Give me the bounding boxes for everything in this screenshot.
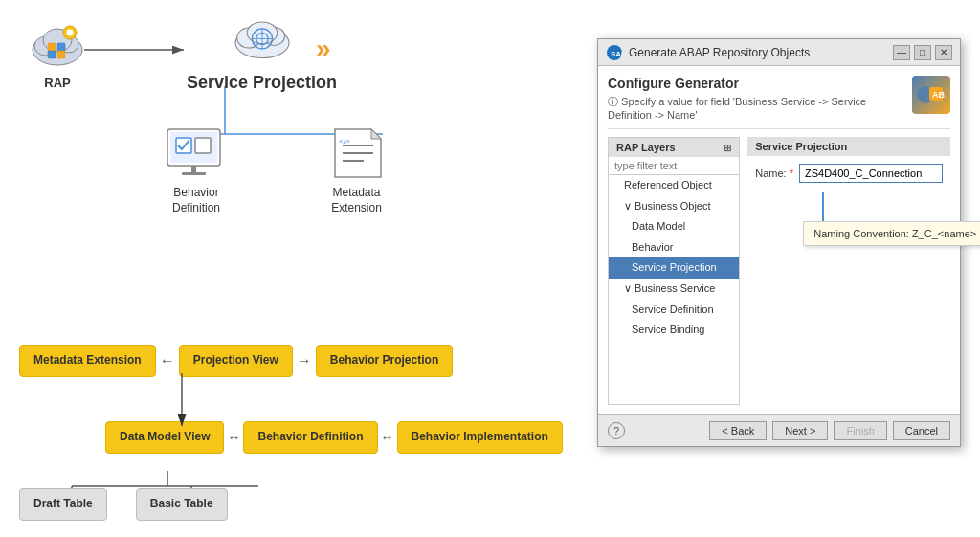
rap-label: RAP	[44, 76, 70, 90]
sp-panel-title: Service Projection	[755, 141, 847, 152]
dialog-title-text: SAP Generate ABAP Repository Objects	[606, 44, 810, 61]
filter-input[interactable]	[609, 157, 739, 175]
metadata-extension-section: </> MetadataExtension	[325, 124, 388, 215]
close-button[interactable]: ✕	[935, 45, 952, 60]
tree-item-business-object[interactable]: ∨ Business Object	[609, 196, 739, 217]
tree-item-business-service[interactable]: ∨ Business Service	[609, 279, 739, 300]
naming-convention-callout: Naming Convention: Z_C_<name>	[803, 221, 980, 246]
dialog-titlebar: SAP Generate ABAP Repository Objects — □…	[598, 39, 960, 66]
dialog-controls[interactable]: — □ ✕	[893, 45, 952, 60]
projection-view-flow-box: Projection View	[179, 345, 293, 377]
dialog-header-icon: AB	[912, 76, 950, 114]
rap-section: RAP	[29, 19, 86, 90]
svg-rect-17	[48, 43, 56, 51]
sap-icon: SAP	[606, 44, 623, 61]
dialog-title: Generate ABAP Repository Objects	[629, 46, 810, 59]
dialog-content: RAP Layers ⊞ Referenced Object ∨ Busines…	[608, 137, 950, 405]
service-projection-label: Service Projection	[187, 73, 337, 93]
minimize-button[interactable]: —	[893, 45, 910, 60]
rap-icon	[29, 19, 86, 72]
dialog-footer: ? < Back Next > Finish Cancel	[598, 414, 960, 446]
svg-text:SAP: SAP	[611, 50, 623, 58]
tree-item-behavior[interactable]: Behavior	[609, 237, 739, 258]
back-button[interactable]: < Back	[709, 421, 767, 440]
dialog-body: Configure Generator ⓘ Specify a value fo…	[598, 66, 960, 414]
name-input[interactable]	[799, 164, 943, 183]
service-projection-panel: Service Projection Name: * Nam	[747, 137, 950, 405]
double-arrow-1: ↔	[227, 430, 240, 445]
configure-generator-desc: ⓘ Specify a value for field 'Business Se…	[608, 95, 904, 121]
behavior-definition-label: BehaviorDefinition	[172, 186, 220, 215]
dialog-window: SAP Generate ABAP Repository Objects — □…	[597, 38, 961, 447]
double-arrows-decoration: »	[316, 34, 331, 64]
footer-left: ?	[608, 422, 625, 439]
service-projection-icon	[229, 10, 296, 67]
rap-layers-panel: RAP Layers ⊞ Referenced Object ∨ Busines…	[608, 137, 740, 405]
bottom-flow-row: Data Model View ↔ Behavior Definition ↔ …	[105, 421, 563, 454]
metadata-extension-label: MetadataExtension	[331, 186, 382, 215]
tree-item-referenced-object[interactable]: Referenced Object	[609, 175, 739, 196]
data-model-view-flow-box: Data Model View	[105, 421, 224, 454]
table-row: Draft Table Basic Table	[19, 488, 228, 521]
header-brand-icon: AB	[916, 79, 947, 110]
service-projection-panel-header: Service Projection	[747, 137, 950, 156]
behavior-projection-flow-box: Behavior Projection	[316, 345, 453, 377]
name-field-row: Name: *	[755, 164, 943, 183]
service-projection-section: Service Projection	[187, 10, 337, 93]
cancel-button[interactable]: Cancel	[893, 421, 950, 440]
finish-button[interactable]: Finish	[834, 421, 886, 440]
svg-rect-36	[182, 172, 206, 175]
help-button[interactable]: ?	[608, 422, 625, 439]
svg-marker-38	[371, 129, 381, 139]
rap-layers-title: RAP Layers	[616, 142, 676, 153]
behavior-implementation-flow-box: Behavior Implementation	[397, 421, 563, 454]
name-required-marker: *	[790, 168, 793, 179]
svg-rect-18	[57, 43, 65, 51]
svg-rect-34	[195, 138, 211, 153]
svg-text:</>: </>	[339, 137, 350, 145]
top-flow-row: Metadata Extension ← Projection View → B…	[19, 345, 453, 377]
dialog-header-text: Configure Generator ⓘ Specify a value fo…	[608, 76, 904, 121]
double-arrow-2: ↔	[381, 430, 394, 445]
tree-item-service-binding[interactable]: Service Binding	[609, 320, 739, 341]
rap-layers-header: RAP Layers ⊞	[609, 138, 739, 157]
right-arrow-1: →	[297, 352, 312, 369]
svg-text:AB: AB	[932, 90, 945, 100]
behavior-definition-section: BehaviorDefinition	[163, 124, 230, 215]
svg-rect-19	[48, 51, 56, 58]
dialog-header: Configure Generator ⓘ Specify a value fo…	[608, 76, 950, 129]
metadata-extension-flow-box: Metadata Extension	[19, 345, 156, 377]
metadata-extension-icon: </>	[325, 124, 388, 182]
behavior-definition-icon	[163, 124, 230, 182]
next-button[interactable]: Next >	[772, 421, 828, 440]
left-arrow-1: ←	[160, 352, 175, 369]
name-field-label: Name: *	[755, 168, 793, 179]
footer-right[interactable]: < Back Next > Finish Cancel	[709, 421, 950, 440]
sp-panel-body: Name: * Naming Convention: Z_C_<name>	[747, 156, 950, 248]
configure-generator-title: Configure Generator	[608, 76, 904, 91]
svg-rect-35	[191, 166, 196, 173]
tree-item-service-projection[interactable]: Service Projection	[609, 257, 739, 279]
tree-item-data-model[interactable]: Data Model	[609, 216, 739, 237]
maximize-button[interactable]: □	[914, 45, 931, 60]
svg-point-22	[66, 29, 74, 36]
draft-table-box: Draft Table	[19, 488, 107, 521]
basic-table-box: Basic Table	[136, 488, 228, 521]
behavior-definition-flow-box: Behavior Definition	[243, 421, 377, 454]
tree-item-service-definition[interactable]: Service Definition	[609, 300, 739, 321]
svg-rect-20	[57, 51, 65, 58]
